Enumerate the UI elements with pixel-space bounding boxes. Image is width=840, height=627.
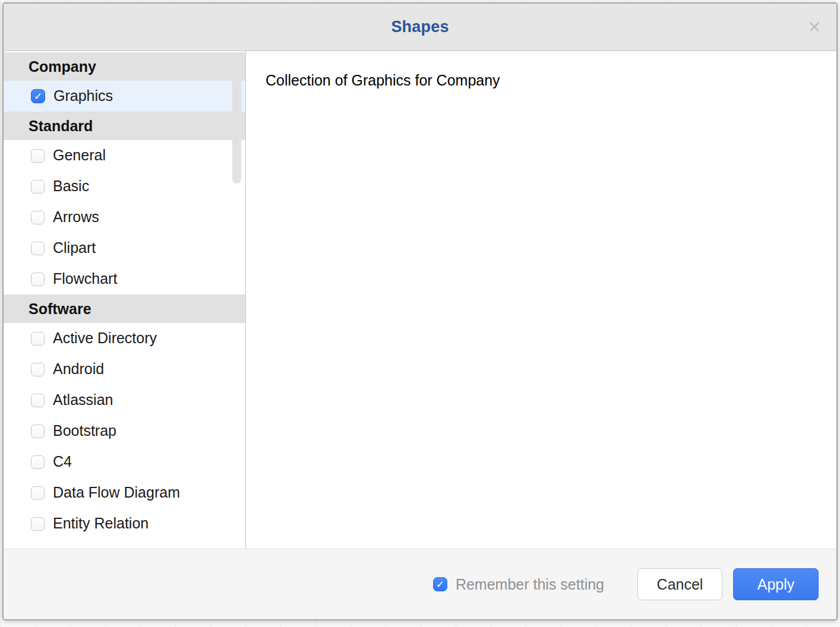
sidebar-item-label: Data Flow Diagram	[53, 485, 180, 501]
section-header-company: Company	[4, 52, 245, 81]
sidebar-item-label: Android	[53, 362, 104, 378]
section-header-standard: Standard	[4, 112, 245, 140]
sidebar-item-label: Flowchart	[53, 271, 117, 287]
apply-button[interactable]: Apply	[733, 568, 819, 600]
sidebar-item-label: General	[53, 148, 106, 164]
checkbox-unchecked-icon[interactable]	[31, 242, 45, 255]
dialog-body: Company ✓ Graphics Standard General Basi…	[4, 51, 836, 549]
checkbox-unchecked-icon[interactable]	[31, 149, 45, 163]
checkbox-checked-icon[interactable]: ✓	[433, 577, 447, 591]
sidebar-item-c4[interactable]: C4	[4, 446, 245, 477]
sidebar-item-label: Arrows	[53, 210, 99, 226]
checkbox-checked-icon[interactable]: ✓	[31, 89, 45, 103]
remember-setting-checkbox-group[interactable]: ✓ Remember this setting	[433, 576, 604, 593]
sidebar-item-label: Basic	[53, 179, 89, 195]
library-description: Collection of Graphics for Company	[266, 71, 813, 90]
sidebar-item-active-directory[interactable]: Active Directory	[4, 323, 245, 354]
cancel-button[interactable]: Cancel	[637, 568, 722, 600]
checkbox-unchecked-icon[interactable]	[31, 273, 45, 286]
section-label: Software	[29, 300, 91, 318]
checkbox-unchecked-icon[interactable]	[31, 211, 45, 224]
checkbox-unchecked-icon[interactable]	[31, 363, 45, 376]
checkbox-unchecked-icon[interactable]	[31, 517, 45, 531]
checkbox-unchecked-icon[interactable]	[31, 486, 45, 500]
sidebar-item-label: Atlassian	[53, 392, 113, 408]
sidebar-item-label: Bootstrap	[53, 423, 116, 439]
sidebar-item-data-flow-diagram[interactable]: Data Flow Diagram	[4, 477, 245, 508]
checkbox-unchecked-icon[interactable]	[31, 425, 45, 438]
sidebar-item-entity-relation[interactable]: Entity Relation	[4, 508, 245, 539]
shape-library-sidebar: Company ✓ Graphics Standard General Basi…	[4, 51, 246, 549]
section-header-software: Software	[4, 294, 245, 323]
section-label: Standard	[29, 118, 93, 135]
sidebar-item-atlassian[interactable]: Atlassian	[4, 385, 245, 416]
sidebar-item-arrows[interactable]: Arrows	[4, 202, 245, 233]
dialog-header: Shapes ✕	[4, 4, 836, 51]
sidebar-item-label: Graphics	[53, 88, 113, 104]
shapes-dialog: Shapes ✕ Company ✓ Graphics Standard Gen…	[2, 2, 838, 620]
sidebar-item-basic[interactable]: Basic	[4, 171, 245, 202]
checkbox-unchecked-icon[interactable]	[31, 394, 45, 407]
sidebar-item-general[interactable]: General	[4, 140, 245, 171]
checkbox-unchecked-icon[interactable]	[31, 332, 45, 346]
dialog-footer: ✓ Remember this setting Cancel Apply	[4, 549, 836, 619]
checkbox-unchecked-icon[interactable]	[31, 455, 45, 469]
sidebar-item-label: C4	[53, 454, 72, 470]
sidebar-item-label: Clipart	[53, 240, 96, 256]
sidebar-scrollbar-thumb[interactable]	[232, 55, 241, 183]
checkbox-unchecked-icon[interactable]	[31, 180, 45, 194]
sidebar-item-clipart[interactable]: Clipart	[4, 233, 245, 264]
sidebar-item-graphics[interactable]: ✓ Graphics	[4, 81, 245, 112]
sidebar-item-bootstrap[interactable]: Bootstrap	[4, 416, 245, 446]
section-label: Company	[29, 58, 96, 75]
close-icon[interactable]: ✕	[807, 19, 821, 35]
library-preview-panel: Collection of Graphics for Company	[246, 51, 836, 549]
sidebar-item-label: Active Directory	[53, 331, 157, 347]
dialog-title: Shapes	[391, 18, 449, 36]
remember-setting-label: Remember this setting	[456, 576, 604, 593]
sidebar-item-android[interactable]: Android	[4, 354, 245, 385]
sidebar-item-label: Entity Relation	[53, 516, 149, 532]
sidebar-item-flowchart[interactable]: Flowchart	[4, 264, 245, 294]
